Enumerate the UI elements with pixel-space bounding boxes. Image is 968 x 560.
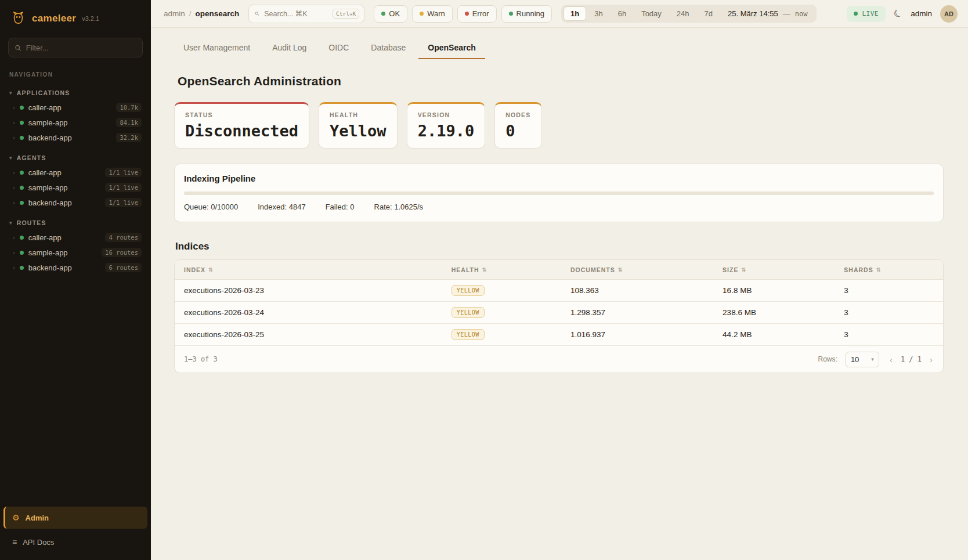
- rows-per-page-value: 10: [851, 355, 859, 364]
- sidebar-item-route-sample[interactable]: › sample-app 16 routes: [5, 245, 146, 260]
- column-header-shards[interactable]: SHARDS⇅: [835, 266, 943, 273]
- filter-error[interactable]: Error: [457, 5, 497, 23]
- filter-running[interactable]: Running: [501, 5, 552, 23]
- status-dot: [20, 201, 24, 205]
- table-row[interactable]: executions-2026-03-25 YELLOW 1.016.937 4…: [175, 324, 943, 346]
- tab-database[interactable]: Database: [362, 36, 415, 59]
- prev-page-button[interactable]: ‹: [887, 353, 895, 366]
- nav-section-agents: ▾ AGENTS › caller-app 1/1 live › sample-…: [0, 145, 151, 210]
- chevron-right-icon: ›: [13, 169, 15, 176]
- cell-health: YELLOW: [442, 329, 561, 340]
- filter-ok[interactable]: OK: [374, 5, 407, 23]
- range-3h[interactable]: 3h: [587, 6, 609, 21]
- sidebar-item-admin[interactable]: ⚙ Admin: [3, 507, 147, 529]
- main-area: admin / opensearch Ctrl+K OK: [151, 0, 968, 560]
- sidebar-item-route-caller[interactable]: › caller-app 4 routes: [5, 230, 146, 245]
- datetime-text: 25. März 14:55: [728, 9, 778, 18]
- section-header-agents[interactable]: ▾ AGENTS: [5, 151, 146, 165]
- sidebar-item-agent-backend[interactable]: › backend-app 1/1 live: [5, 195, 146, 210]
- range-6h[interactable]: 6h: [611, 6, 633, 21]
- nav-section-applications: ▾ APPLICATIONS › caller-app 10.7k › samp…: [0, 80, 151, 145]
- pipeline-title: Indexing Pipeline: [184, 174, 934, 183]
- range-1h[interactable]: 1h: [564, 6, 586, 21]
- sort-icon: ⇅: [482, 267, 487, 273]
- range-7d[interactable]: 7d: [698, 6, 720, 21]
- cell-index: executions-2026-03-23: [175, 286, 442, 295]
- sidebar-item-app-caller[interactable]: › caller-app 10.7k: [5, 100, 146, 115]
- column-header-index[interactable]: INDEX⇅: [175, 266, 442, 273]
- chevron-down-icon: ▾: [9, 155, 13, 161]
- range-24h[interactable]: 24h: [670, 6, 696, 21]
- sidebar-item-agent-sample[interactable]: › sample-app 1/1 live: [5, 180, 146, 195]
- sidebar-footer: ⚙ Admin ≡ API Docs: [0, 507, 151, 560]
- column-header-health[interactable]: HEALTH⇅: [442, 266, 561, 273]
- stat-label: STATUS: [185, 111, 298, 118]
- stat-label: VERSION: [418, 111, 475, 118]
- dark-mode-toggle[interactable]: ☾: [891, 6, 905, 21]
- chevron-down-icon: ▾: [871, 356, 874, 362]
- chevron-down-icon: ▾: [9, 90, 13, 96]
- sidebar-item-api-docs[interactable]: ≡ API Docs: [3, 532, 147, 552]
- sidebar-item-app-backend[interactable]: › backend-app 32.2k: [5, 130, 146, 145]
- breadcrumb-parent[interactable]: admin: [164, 9, 185, 18]
- chevron-right-icon: ›: [13, 249, 15, 256]
- column-header-documents[interactable]: DOCUMENTS⇅: [561, 266, 713, 273]
- status-dot: [20, 171, 24, 175]
- item-badge: 32.2k: [116, 133, 142, 142]
- table-row[interactable]: executions-2026-03-23 YELLOW 108.363 16.…: [175, 280, 943, 302]
- status-dot: [20, 106, 24, 110]
- stat-card-health: HEALTH Yellow: [319, 102, 398, 149]
- sidebar-filter-input[interactable]: [26, 44, 136, 52]
- list-icon: ≡: [12, 537, 17, 547]
- item-badge: 16 routes: [102, 248, 142, 257]
- chevron-right-icon: ›: [13, 104, 15, 111]
- cell-documents: 1.016.937: [561, 330, 713, 339]
- health-badge: YELLOW: [452, 329, 485, 340]
- tab-audit-log[interactable]: Audit Log: [263, 36, 316, 59]
- chevron-right-icon: ›: [13, 234, 15, 241]
- column-header-size[interactable]: SIZE⇅: [713, 266, 835, 273]
- table-header: INDEX⇅ HEALTH⇅ DOCUMENTS⇅ SIZE⇅ SHARDS⇅: [175, 260, 943, 280]
- item-label: sample-app: [28, 118, 112, 127]
- pipeline-stat-failed: Failed: 0: [326, 203, 355, 211]
- breadcrumb-separator: /: [189, 9, 192, 18]
- filter-label: Warn: [427, 9, 445, 18]
- stat-label: HEALTH: [330, 111, 387, 118]
- sidebar-item-route-backend[interactable]: › backend-app 6 routes: [5, 260, 146, 275]
- global-search-input[interactable]: [264, 10, 328, 18]
- indices-table: INDEX⇅ HEALTH⇅ DOCUMENTS⇅ SIZE⇅ SHARDS⇅: [174, 259, 944, 373]
- stat-card-nodes: NODES 0: [494, 102, 541, 149]
- app-name: cameleer: [32, 13, 76, 24]
- search-shortcut-badge: Ctrl+K: [333, 9, 359, 19]
- filter-warn[interactable]: Warn: [412, 5, 453, 23]
- section-label: AGENTS: [17, 154, 46, 161]
- tab-opensearch[interactable]: OpenSearch: [418, 36, 485, 59]
- next-page-button[interactable]: ›: [927, 353, 935, 366]
- cell-size: 238.6 MB: [713, 308, 835, 317]
- sidebar-item-app-sample[interactable]: › sample-app 84.1k: [5, 115, 146, 130]
- rows-per-page-select[interactable]: 10 ▾: [846, 352, 879, 367]
- pipeline-stat-queue: Queue: 0/10000: [184, 203, 238, 211]
- warn-dot-icon: [420, 12, 424, 16]
- time-range-display[interactable]: 25. März 14:55 — now: [721, 9, 814, 18]
- item-label: sample-app: [28, 183, 101, 192]
- sidebar-item-agent-caller[interactable]: › caller-app 1/1 live: [5, 165, 146, 180]
- live-label: LIVE: [862, 10, 879, 17]
- table-row[interactable]: executions-2026-03-24 YELLOW 1.298.357 2…: [175, 302, 943, 324]
- section-header-routes[interactable]: ▾ ROUTES: [5, 216, 146, 230]
- filter-label: Error: [472, 9, 489, 18]
- tab-user-management[interactable]: User Management: [174, 36, 259, 59]
- range-today[interactable]: Today: [634, 6, 669, 21]
- tab-oidc[interactable]: OIDC: [319, 36, 358, 59]
- section-header-applications[interactable]: ▾ APPLICATIONS: [5, 86, 146, 100]
- status-dot: [20, 236, 24, 240]
- global-search[interactable]: Ctrl+K: [248, 5, 364, 23]
- avatar[interactable]: AD: [940, 5, 958, 23]
- topbar-right: LIVE ☾ admin AD: [847, 5, 958, 23]
- page-title: OpenSearch Administration: [178, 74, 944, 88]
- filter-label: Running: [516, 9, 544, 18]
- status-dot: [20, 186, 24, 190]
- sidebar-filter[interactable]: [8, 38, 143, 57]
- chevron-right-icon: ›: [13, 264, 15, 271]
- live-indicator[interactable]: LIVE: [847, 6, 886, 22]
